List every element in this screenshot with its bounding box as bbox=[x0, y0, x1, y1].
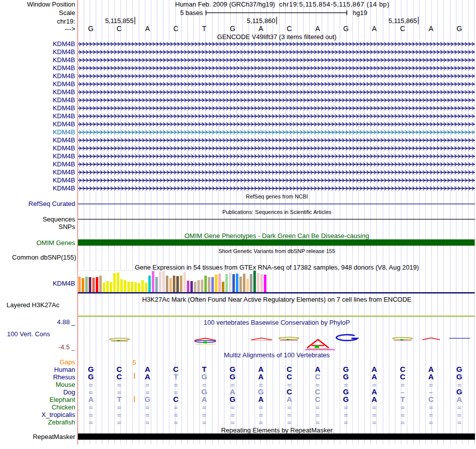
svg-text:A: A bbox=[258, 395, 264, 403]
svg-text:Elephant: Elephant bbox=[50, 396, 76, 403]
svg-text:KDM4B: KDM4B bbox=[53, 176, 75, 184]
svg-text:T: T bbox=[202, 25, 206, 33]
svg-text:A: A bbox=[259, 25, 264, 33]
svg-text:RefSeq Curated: RefSeq Curated bbox=[29, 200, 75, 207]
svg-text:G: G bbox=[456, 25, 462, 33]
svg-text:C: C bbox=[287, 372, 292, 381]
svg-text:Window Position: Window Position bbox=[27, 1, 75, 8]
svg-text:A: A bbox=[201, 395, 207, 403]
svg-text:KDM4B: KDM4B bbox=[53, 112, 75, 120]
svg-text:KDM4B: KDM4B bbox=[53, 120, 75, 128]
svg-text:C: C bbox=[428, 395, 434, 403]
svg-text:C: C bbox=[287, 25, 292, 33]
svg-text:4.88 _: 4.88 _ bbox=[57, 318, 76, 326]
svg-text:C: C bbox=[400, 25, 405, 33]
svg-text:KDM4B: KDM4B bbox=[53, 160, 75, 168]
svg-text:A: A bbox=[287, 395, 292, 403]
svg-text:Short Genetic Variants from db: Short Genetic Variants from dbSNP releas… bbox=[218, 248, 335, 254]
svg-text:5 bases: 5 bases bbox=[180, 9, 203, 17]
svg-text:C: C bbox=[173, 395, 179, 403]
svg-text:KDM4B: KDM4B bbox=[53, 152, 75, 160]
svg-text:Gene Expression in 54 tissues: Gene Expression in 54 tissues from GTEx … bbox=[135, 264, 419, 271]
svg-text:G: G bbox=[456, 372, 462, 381]
svg-text:KDM4B: KDM4B bbox=[53, 80, 75, 88]
svg-text:Mouse: Mouse bbox=[56, 381, 75, 388]
svg-text:KDM4B: KDM4B bbox=[53, 72, 75, 80]
svg-text:-4.5 _: -4.5 _ bbox=[59, 343, 76, 351]
svg-text:KDM4B: KDM4B bbox=[53, 128, 75, 136]
svg-text:Common dbSNP(155): Common dbSNP(155) bbox=[12, 254, 76, 261]
svg-text:KDM4B: KDM4B bbox=[53, 184, 75, 192]
svg-text:A: A bbox=[372, 395, 377, 403]
svg-text:5,115,860: 5,115,860 bbox=[247, 17, 276, 25]
svg-text:A: A bbox=[145, 25, 150, 33]
svg-text:C: C bbox=[400, 372, 405, 381]
svg-text:5: 5 bbox=[132, 359, 136, 366]
svg-text:KDM4B: KDM4B bbox=[53, 280, 75, 287]
svg-text:G: G bbox=[230, 25, 235, 33]
svg-text:KDM4B: KDM4B bbox=[53, 168, 75, 176]
svg-text:G: G bbox=[229, 372, 235, 381]
svg-text:A: A bbox=[315, 25, 320, 33]
svg-text:H3K27Ac Mark (Often Found Near: H3K27Ac Mark (Often Found Near Active Re… bbox=[142, 296, 412, 303]
svg-text:C: C bbox=[116, 372, 122, 381]
svg-text:T: T bbox=[117, 395, 121, 403]
svg-text:A: A bbox=[428, 25, 433, 33]
svg-text:A: A bbox=[372, 372, 377, 381]
svg-text:Chicken: Chicken bbox=[52, 403, 75, 411]
svg-text:G: G bbox=[343, 372, 349, 381]
svg-text:chr19:5,115,854-5,115,867 (14: chr19:5,115,854-5,115,867 (14 bp) bbox=[279, 1, 389, 8]
svg-text:KDM4B: KDM4B bbox=[53, 56, 75, 64]
svg-text:G: G bbox=[229, 395, 235, 403]
svg-text:C: C bbox=[315, 372, 320, 381]
svg-text:Publications: Sequences in Sci: Publications: Sequences in Scientific Ar… bbox=[222, 209, 332, 215]
svg-text:KDM4B: KDM4B bbox=[53, 104, 75, 112]
svg-text:KDM4B: KDM4B bbox=[53, 88, 75, 96]
svg-text:100 vertebrates Basewise Conse: 100 vertebrates Basewise Conservation by… bbox=[204, 319, 350, 326]
svg-text:G: G bbox=[201, 372, 207, 381]
svg-text:KDM4B: KDM4B bbox=[53, 136, 75, 144]
svg-text:Repeating Elements by RepeatMa: Repeating Elements by RepeatMasker bbox=[221, 426, 333, 434]
svg-text:SNPs: SNPs bbox=[59, 223, 76, 231]
svg-text:5,115,855: 5,115,855 bbox=[105, 17, 134, 25]
svg-text:A: A bbox=[88, 395, 94, 403]
svg-text:G: G bbox=[145, 395, 151, 403]
svg-text:Zebrafish: Zebrafish bbox=[48, 418, 75, 426]
svg-text:A: A bbox=[428, 372, 434, 381]
svg-text:KDM4B: KDM4B bbox=[53, 48, 75, 56]
svg-text:C: C bbox=[173, 25, 178, 33]
svg-text:Gaps: Gaps bbox=[60, 358, 76, 366]
svg-text:Rhesus: Rhesus bbox=[53, 373, 76, 381]
svg-text:Scale: Scale bbox=[59, 9, 75, 17]
svg-text:100 Vert. Cons: 100 Vert. Cons bbox=[7, 330, 50, 338]
svg-text:G: G bbox=[88, 25, 94, 33]
svg-text:Sequences: Sequences bbox=[43, 215, 76, 223]
svg-text:C: C bbox=[117, 25, 122, 33]
svg-text:Human: Human bbox=[54, 366, 75, 373]
svg-text:Dog: Dog bbox=[63, 388, 75, 396]
svg-text:Multiz Alignments of 100 Verte: Multiz Alignments of 100 Vertebrates bbox=[224, 351, 330, 359]
svg-text:A: A bbox=[145, 372, 150, 381]
svg-text:T: T bbox=[173, 372, 178, 381]
svg-text:OMIM Gene Phenotypes - Dark Gr: OMIM Gene Phenotypes - Dark Green Can Be… bbox=[184, 232, 369, 240]
svg-text:--->: ---> bbox=[65, 25, 75, 33]
svg-text:G: G bbox=[343, 25, 349, 33]
svg-text:Layered H3K27Ac: Layered H3K27Ac bbox=[7, 301, 60, 309]
svg-text:5,115,865: 5,115,865 bbox=[388, 17, 417, 25]
svg-text:GENCODE V49lift37 (3 items fil: GENCODE V49lift37 (3 items filtered out) bbox=[217, 33, 336, 41]
svg-text:Human Feb. 2009 (GRCh37/hg19): Human Feb. 2009 (GRCh37/hg19) bbox=[175, 1, 275, 8]
svg-text:G: G bbox=[343, 395, 349, 403]
svg-text:C: C bbox=[315, 395, 320, 403]
svg-text:chr19:: chr19: bbox=[57, 18, 75, 25]
svg-text:A: A bbox=[456, 395, 462, 403]
svg-text:T: T bbox=[400, 395, 405, 403]
svg-text:X_tropicalis: X_tropicalis bbox=[42, 411, 76, 418]
svg-text:A: A bbox=[258, 372, 264, 381]
svg-text:KDM4B: KDM4B bbox=[53, 144, 75, 152]
svg-text:KDM4B: KDM4B bbox=[53, 40, 75, 48]
svg-text:KDM4B: KDM4B bbox=[53, 64, 75, 72]
svg-text:hg19: hg19 bbox=[353, 9, 367, 17]
svg-text:OMIM Genes: OMIM Genes bbox=[37, 239, 76, 247]
svg-text:A: A bbox=[372, 25, 377, 33]
svg-text:G: G bbox=[88, 372, 94, 381]
